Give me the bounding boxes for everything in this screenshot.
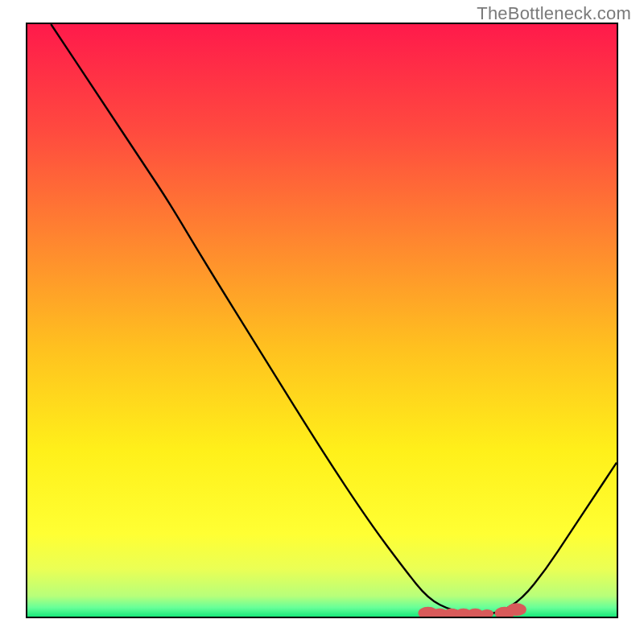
chart-marker xyxy=(506,603,526,616)
chart-frame xyxy=(26,23,618,618)
watermark-text: TheBottleneck.com xyxy=(477,3,631,24)
chart-svg xyxy=(27,24,617,617)
chart-background xyxy=(27,24,617,617)
